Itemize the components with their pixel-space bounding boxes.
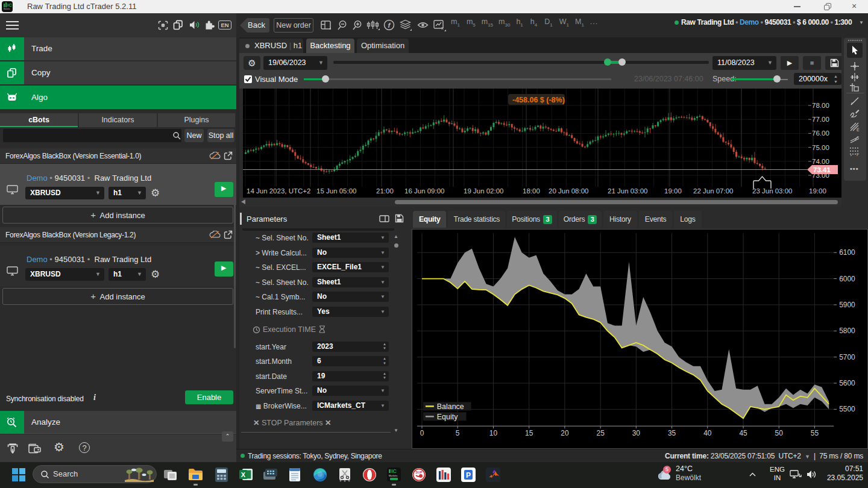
- svg-text:35: 35: [668, 429, 676, 437]
- svg-text:18:00: 18:00: [523, 187, 540, 195]
- svg-text:78.00: 78.00: [812, 102, 829, 109]
- svg-text:20 Jun 08:00: 20 Jun 08:00: [549, 187, 589, 195]
- svg-text:22 Jun 07:00: 22 Jun 07:00: [693, 187, 734, 195]
- svg-text:19:00: 19:00: [809, 187, 826, 195]
- svg-text:Equity: Equity: [437, 413, 458, 421]
- svg-text:55: 55: [811, 429, 819, 437]
- svg-text:P: P: [466, 471, 471, 480]
- svg-text:5800: 5800: [839, 327, 855, 335]
- svg-text:25: 25: [597, 429, 605, 437]
- svg-text:30: 30: [632, 429, 641, 437]
- svg-text:77.00: 77.00: [812, 116, 829, 123]
- svg-text:6000: 6000: [839, 275, 855, 283]
- svg-text:45: 45: [739, 429, 747, 437]
- svg-text:76.00: 76.00: [812, 130, 829, 137]
- svg-text:0: 0: [420, 429, 424, 437]
- svg-text:14 Jun 2023, UTC+2: 14 Jun 2023, UTC+2: [247, 187, 310, 195]
- svg-text:É: É: [857, 127, 860, 132]
- svg-text:6100: 6100: [839, 248, 855, 257]
- svg-text:73.41: 73.41: [813, 166, 831, 174]
- svg-text:16 Jun 09:00: 16 Jun 09:00: [404, 187, 445, 195]
- svg-text:10: 10: [489, 429, 498, 437]
- svg-text:50: 50: [775, 429, 784, 437]
- svg-text:21 Jun 03:00: 21 Jun 03:00: [608, 187, 648, 195]
- svg-text:SUP: SUP: [415, 471, 423, 474]
- svg-text:Balance: Balance: [437, 402, 464, 411]
- svg-text:19 Jun 02:00: 19 Jun 02:00: [464, 187, 504, 195]
- svg-text:19:00: 19:00: [664, 187, 682, 195]
- svg-text:5900: 5900: [839, 301, 855, 309]
- svg-text:5500: 5500: [839, 405, 855, 413]
- svg-text:15 Jun 05:00: 15 Jun 05:00: [316, 187, 357, 195]
- svg-text:21:00: 21:00: [376, 187, 394, 195]
- svg-text:F: F: [857, 152, 859, 157]
- svg-text:5: 5: [456, 429, 460, 437]
- svg-text:23 Jun 03:00: 23 Jun 03:00: [752, 187, 793, 195]
- svg-text:74.00: 74.00: [812, 158, 829, 165]
- svg-text:75.00: 75.00: [812, 144, 829, 151]
- svg-text:f: f: [388, 22, 391, 29]
- svg-text:20: 20: [561, 429, 569, 437]
- svg-text:X: X: [241, 471, 246, 478]
- svg-text:5700: 5700: [839, 353, 855, 361]
- svg-text:15: 15: [525, 429, 533, 437]
- svg-text:5600: 5600: [839, 379, 855, 387]
- svg-text:40: 40: [703, 429, 712, 437]
- svg-text:-458.06 $ (-8%): -458.06 $ (-8%): [512, 96, 565, 104]
